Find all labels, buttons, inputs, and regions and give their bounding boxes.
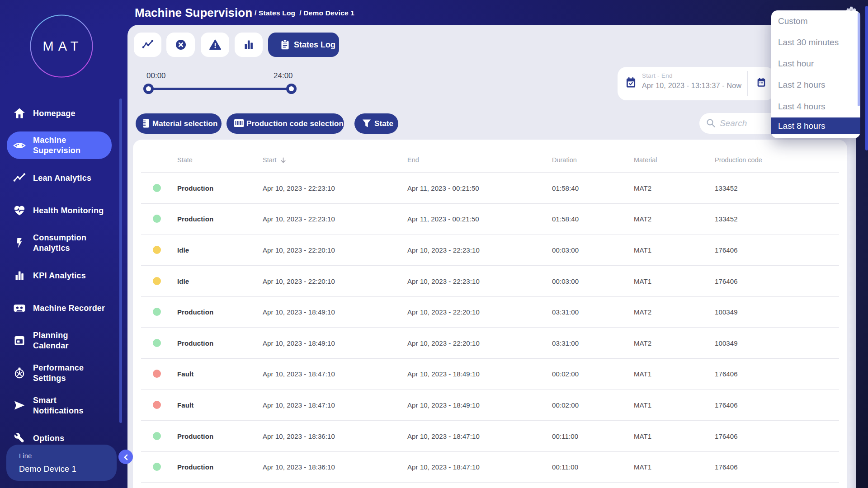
svg-text:MAT: MAT — [42, 39, 83, 53]
